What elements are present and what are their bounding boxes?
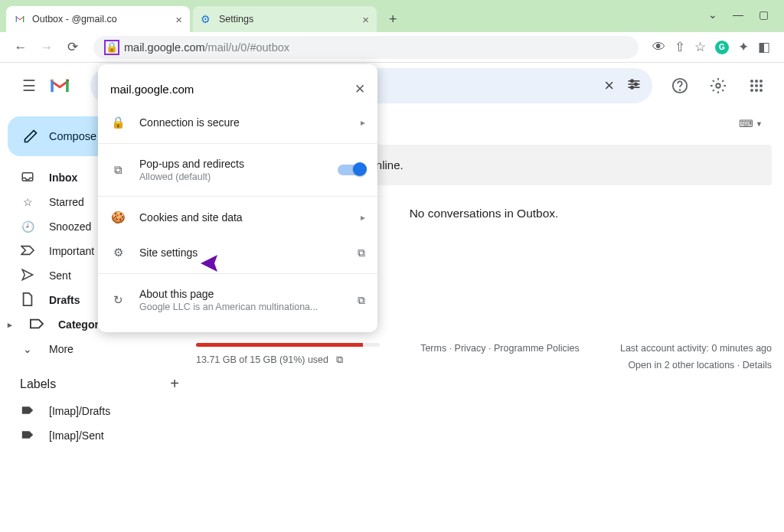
popups-toggle[interactable] [338,165,365,175]
sidebar-item-label: Sent [49,269,71,282]
close-popover-icon[interactable]: ✕ [354,81,365,97]
labels-header: Labels + [0,361,196,399]
annotation-arrow-icon [198,252,343,275]
cookies-row[interactable]: 🍪 Cookies and site data ▸ [98,200,377,235]
categories-icon [29,318,44,331]
sidebar-item-label: Starred [49,196,84,208]
svg-point-7 [680,90,681,90]
popups-sublabel: Allowed (default) [139,171,244,182]
share-icon[interactable]: ⇧ [675,39,685,55]
sidebar-item-label: Inbox [49,171,77,184]
settings-gear-icon[interactable] [703,70,733,101]
svg-point-12 [750,84,753,87]
eye-icon[interactable]: 👁 [652,40,665,55]
svg-point-9 [750,80,753,83]
svg-point-17 [760,89,763,92]
clock-icon: 🕘 [20,220,35,233]
header-icons [665,70,772,101]
tab-close-icon[interactable]: × [175,13,182,26]
support-icon[interactable] [665,70,695,101]
new-tab-button[interactable]: + [380,7,407,32]
svg-point-4 [635,83,637,85]
separator [98,196,377,197]
sidepanel-icon[interactable]: ◧ [758,39,770,55]
open-external-icon[interactable]: ⧉ [336,354,343,365]
clear-search-icon[interactable]: × [604,76,614,96]
popups-label: Pop-ups and redirects [139,158,244,170]
storage-indicator: 13.71 GB of 15 GB (91%) used ⧉ [196,343,380,370]
window-controls: ⌄ — ▢ [708,3,778,32]
sidebar-item-label: More [49,343,74,355]
open-external-icon: ⧉ [358,294,365,307]
star-icon: ☆ [20,196,35,208]
bookmark-star-icon[interactable]: ☆ [694,39,706,55]
main-menu-icon[interactable]: ☰ [12,69,46,103]
svg-point-3 [631,80,633,82]
expand-caret-icon: ▸ [8,320,15,330]
svg-point-16 [755,89,758,92]
label-icon [20,405,35,418]
input-tools-toggle[interactable]: ⌨ ▼ [739,118,763,129]
svg-point-15 [750,89,753,92]
forward-button[interactable]: → [34,34,60,60]
open-locations-link[interactable]: Open in 2 other locations · Details [620,360,772,370]
gmail-footer: 13.71 GB of 15 GB (91%) used ⧉ Terms · P… [196,343,772,370]
open-external-icon: ⧉ [358,246,365,259]
browser-tab-inactive[interactable]: ⚙ Settings × [193,6,377,32]
popover-header: mail.google.com ✕ [98,73,377,105]
browser-toolbar: ← → ⟳ 🔒 mail.google.com/mail/u/0/#outbox… [0,32,784,63]
footer-links-text: Terms · Privacy · Programme Policies [420,343,580,354]
apps-grid-icon[interactable] [741,70,772,101]
compose-label: Compose [49,130,96,142]
site-info-popover: mail.google.com ✕ 🔒 Connection is secure… [98,64,377,332]
sidebar-item-more[interactable]: ⌄ More [0,337,196,361]
important-icon [20,245,35,258]
chevron-down-icon: ⌄ [20,343,35,355]
browser-tab-active[interactable]: Outbox - @gmail.co × [6,6,190,32]
tab-title: Outbox - @gmail.co [32,14,171,24]
url-host: mail.google.com [124,41,205,54]
minimize-icon[interactable]: — [733,8,743,21]
svg-point-13 [755,84,758,87]
chevron-down-icon[interactable]: ⌄ [708,8,717,21]
inbox-icon [20,170,35,186]
sidebar-item-label: Important [49,245,94,257]
connection-secure-row[interactable]: 🔒 Connection is secure ▸ [98,105,377,140]
popup-icon: ⧉ [110,163,126,177]
about-page-row[interactable]: ↻ About this page Google LLC is an Ameri… [98,277,377,323]
lock-icon: 🔒 [110,116,126,129]
storage-fill [196,343,363,347]
extensions-puzzle-icon[interactable]: ✦ [738,39,749,55]
back-button[interactable]: ← [8,34,34,60]
grammarly-extension-icon[interactable]: G [715,41,729,54]
search-options-icon[interactable] [626,77,642,96]
footer-links[interactable]: Terms · Privacy · Programme Policies [403,343,597,370]
url-path: /mail/u/0/#outbox [205,41,289,54]
cookies-label: Cookies and site data [139,211,243,224]
gmail-favicon-icon [14,13,26,25]
popups-row[interactable]: ⧉ Pop-ups and redirects Allowed (default… [98,147,377,193]
chevron-right-icon: ▸ [361,117,365,128]
tab-close-icon[interactable]: × [362,13,369,26]
storage-bar [196,343,380,347]
maximize-icon[interactable]: ▢ [759,8,769,21]
draft-icon [20,292,35,308]
sidebar-label-item[interactable]: [Imap]/Drafts [0,399,196,423]
svg-point-5 [631,86,633,88]
toolbar-actions: 👁 ⇧ ☆ G ✦ ◧ [646,39,776,55]
info-refresh-icon: ↻ [110,293,126,307]
address-bar[interactable]: 🔒 mail.google.com/mail/u/0/#outbox [93,36,639,59]
add-label-icon[interactable]: + [170,375,179,393]
separator [98,143,377,144]
footer-activity: Last account activity: 0 minutes ago Ope… [620,343,772,370]
site-info-lock-icon[interactable]: 🔒 [104,40,119,55]
sidebar-label-item[interactable]: [Imap]/Sent [0,423,196,448]
svg-point-8 [716,83,720,88]
gmail-logo[interactable] [49,77,70,94]
svg-point-14 [760,84,763,87]
about-sublabel: Google LLC is an American multinationa..… [139,302,318,312]
reload-button[interactable]: ⟳ [60,34,86,60]
secure-label: Connection is secure [139,116,240,129]
gmail-logo-icon [49,77,70,94]
label-icon [20,429,35,442]
